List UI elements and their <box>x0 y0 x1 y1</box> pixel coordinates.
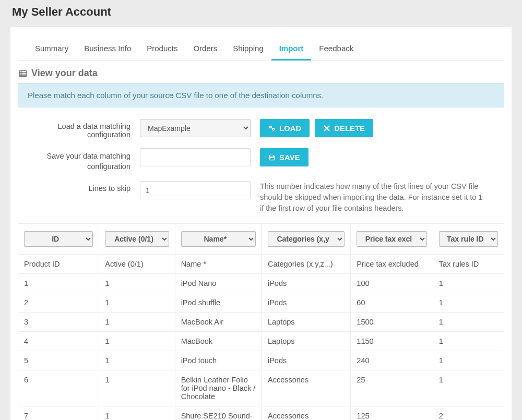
cell: 1 <box>99 332 175 351</box>
cell: 100 <box>351 274 433 293</box>
cell: 6 <box>18 370 99 406</box>
section-heading: View your data <box>18 66 504 83</box>
main-card: SummaryBusiness InfoProductsOrdersShippi… <box>10 27 512 420</box>
column-map-select-4[interactable]: Categories (x,y <box>268 231 345 247</box>
section-heading-text: View your data <box>31 68 98 79</box>
cell: iPod shuffle <box>175 293 262 313</box>
cell: 4 <box>18 332 99 351</box>
info-box: Please match each column of your source … <box>18 83 504 107</box>
save-config-label: Save your data matching configuration <box>18 148 140 172</box>
cell: 240 <box>351 351 433 370</box>
cell: 1 <box>18 274 99 293</box>
tab-import[interactable]: Import <box>271 39 312 61</box>
table-row: 51iPod touchiPods2401 <box>18 351 504 370</box>
load-config-select[interactable]: MapExample <box>140 119 251 137</box>
cell: 2 <box>18 293 99 313</box>
column-header: Categories (x,y,z...) <box>262 255 350 274</box>
column-header: Active (0/1) <box>99 255 175 274</box>
cell: Laptops <box>262 313 350 332</box>
cell: 1150 <box>351 332 433 351</box>
page-title: My Seller Account <box>12 5 512 19</box>
cell: Belkin Leather Folio for iPod nano - Bla… <box>175 370 262 406</box>
cell: 125 <box>351 406 433 420</box>
cell: 1 <box>433 351 504 370</box>
cell: iPods <box>262 351 350 370</box>
cell: 1 <box>433 313 504 332</box>
lines-skip-label: Lines to skip <box>18 181 140 193</box>
svg-point-8 <box>273 128 274 129</box>
column-header: Name * <box>175 255 262 274</box>
svg-rect-12 <box>270 158 274 160</box>
column-map-select-5[interactable]: Price tax excl <box>357 231 426 247</box>
cell: 1 <box>433 274 504 293</box>
tab-feedback[interactable]: Feedback <box>311 39 361 61</box>
save-button-label: SAVE <box>279 153 300 162</box>
tabs: SummaryBusiness InfoProductsOrdersShippi… <box>18 39 504 61</box>
cell: 25 <box>351 370 433 406</box>
tab-business-info[interactable]: Business Info <box>76 39 139 61</box>
load-button-label: LOAD <box>279 124 301 133</box>
cell: iPod touch <box>175 351 262 370</box>
cell: 1 <box>99 351 175 370</box>
cell: Laptops <box>262 332 350 351</box>
column-header: Product ID <box>18 255 99 274</box>
cell: iPod Nano <box>175 274 262 293</box>
table-row: 21iPod shuffleiPods601 <box>18 293 504 313</box>
cell: MacBook <box>175 332 262 351</box>
cell: 2 <box>433 406 504 420</box>
cell: 1 <box>433 293 504 313</box>
cell: 60 <box>351 293 433 313</box>
table-row: 11iPod NanoiPods1001 <box>18 274 504 293</box>
cell: MacBook Air <box>175 313 262 332</box>
tab-summary[interactable]: Summary <box>27 39 76 61</box>
table-row: 41MacBookLaptops11501 <box>18 332 504 351</box>
tab-products[interactable]: Products <box>139 39 185 61</box>
cell: Accessories <box>262 370 350 406</box>
delete-button-label: DELETE <box>334 124 365 133</box>
cell: 1 <box>433 370 504 406</box>
close-icon <box>323 125 330 132</box>
column-map-select-6[interactable]: Tax rule ID <box>439 231 498 247</box>
table-row: 61Belkin Leather Folio for iPod nano - B… <box>18 370 504 406</box>
cell: 5 <box>18 351 99 370</box>
cell: 3 <box>18 313 99 332</box>
cell: 1 <box>99 370 175 406</box>
cell: iPods <box>262 293 350 313</box>
table-icon <box>19 69 27 78</box>
save-icon <box>268 154 276 161</box>
cell: iPods <box>262 274 350 293</box>
cell: 1 <box>433 332 504 351</box>
cell: 1 <box>99 313 175 332</box>
cell: 1 <box>99 293 175 313</box>
cell: 1 <box>99 274 175 293</box>
column-header: Price tax excluded <box>351 255 433 274</box>
lines-skip-input[interactable] <box>140 181 251 199</box>
table-row: 71Shure SE210 Sound-Isolating Earphones … <box>18 406 504 420</box>
save-button[interactable]: SAVE <box>260 148 309 166</box>
svg-rect-11 <box>270 154 273 157</box>
load-button[interactable]: LOAD <box>260 119 310 137</box>
cell: 1500 <box>351 313 433 332</box>
tab-orders[interactable]: Orders <box>185 39 225 61</box>
column-map-select-3[interactable]: Name* <box>181 231 256 247</box>
column-map-select-2[interactable]: Active (0/1) <box>105 231 169 247</box>
cogs-icon <box>268 125 276 132</box>
load-config-label: Load a data matching configuration <box>18 119 140 139</box>
tab-shipping[interactable]: Shipping <box>225 39 271 61</box>
cell: 1 <box>99 406 175 420</box>
cell: Shure SE210 Sound-Isolating Earphones fo… <box>175 406 262 420</box>
cell: 7 <box>18 406 99 420</box>
table-row: 31MacBook AirLaptops15001 <box>18 313 504 332</box>
save-config-input[interactable] <box>140 148 251 166</box>
lines-skip-help: This number indicates how many of the fi… <box>260 181 484 214</box>
cell: Accessories <box>262 406 350 420</box>
delete-button[interactable]: DELETE <box>315 119 373 137</box>
column-map-select-1[interactable]: ID <box>24 231 93 247</box>
svg-point-7 <box>270 126 271 127</box>
data-table: IDActive (0/1)Name*Categories (x,yPrice … <box>18 223 504 420</box>
column-header: Tax rules ID <box>433 255 504 274</box>
